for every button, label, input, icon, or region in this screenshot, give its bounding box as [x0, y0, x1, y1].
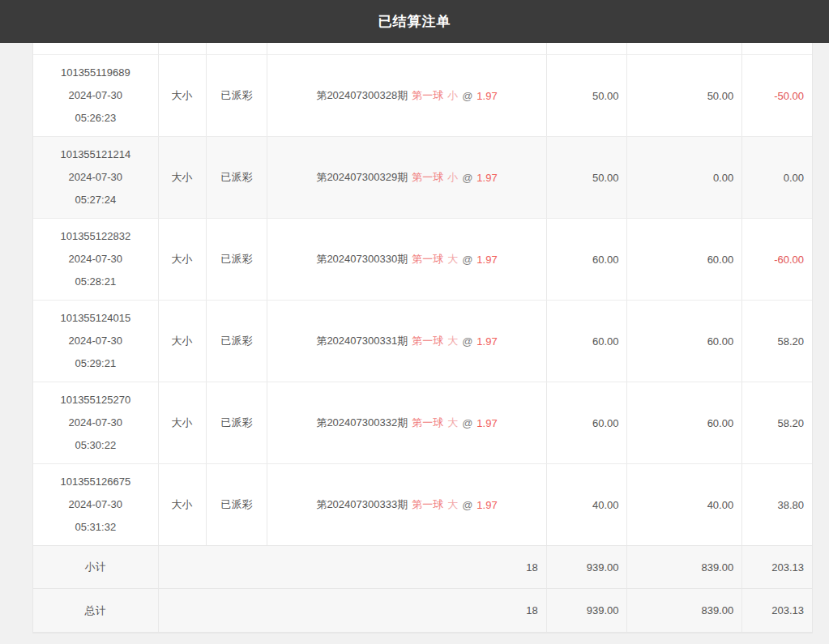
order-time: 05:30:22: [75, 434, 117, 457]
valid-amount: 0.00: [627, 137, 742, 218]
status: 已派彩: [207, 382, 268, 463]
play-type: 大小: [159, 219, 207, 300]
play-type: 大小: [159, 55, 207, 136]
win-loss: 0.00: [742, 137, 812, 218]
period: 第202407300332期: [316, 416, 408, 430]
table-row: 101355122832 2024-07-30 05:28:21 大小 已派彩 …: [33, 219, 812, 301]
partial-row: [33, 43, 812, 55]
total-amount: 939.00: [547, 589, 628, 632]
order-id: 101355126675: [60, 471, 130, 493]
bet-target: 第一球: [412, 334, 443, 348]
at-sign: @: [462, 499, 472, 511]
bet-amount: 60.00: [547, 301, 628, 382]
subtotal-label: 小计: [33, 546, 159, 588]
win-loss: -60.00: [742, 219, 812, 300]
bet-option: 小: [447, 88, 458, 103]
table-row: 101355121214 2024-07-30 05:27:24 大小 已派彩 …: [33, 137, 812, 219]
order-id-cell: 101355126675 2024-07-30 05:31:32: [33, 464, 159, 545]
order-id: 101355125270: [60, 389, 130, 412]
order-time: 05:28:21: [75, 271, 117, 293]
order-time: 05:26:23: [75, 107, 117, 130]
bet-target: 第一球: [412, 88, 443, 103]
valid-amount: 60.00: [627, 382, 742, 463]
bet-option: 大: [447, 416, 458, 430]
order-time: 05:27:24: [75, 189, 117, 211]
order-id: 101355122832: [60, 225, 130, 248]
order-id-cell: 101355119689 2024-07-30 05:26:23: [33, 55, 159, 136]
period: 第202407300329期: [316, 170, 408, 185]
bet-amount: 50.00: [547, 55, 628, 136]
play-type: 大小: [159, 137, 207, 218]
at-sign: @: [462, 417, 472, 429]
odds: 1.97: [476, 499, 497, 511]
bet-target: 第一球: [412, 252, 443, 267]
valid-amount: 50.00: [627, 55, 742, 136]
order-date: 2024-07-30: [69, 166, 123, 189]
bet-detail: 第202407300329期 第一球 小 @ 1.97: [267, 137, 546, 218]
at-sign: @: [462, 172, 472, 184]
at-sign: @: [462, 90, 472, 102]
odds: 1.97: [476, 335, 497, 348]
bet-amount: 40.00: [547, 464, 628, 545]
order-id: 101355119689: [61, 62, 130, 84]
order-date: 2024-07-30: [69, 84, 123, 107]
order-id-cell: 101355122832 2024-07-30 05:28:21: [33, 219, 159, 300]
order-date: 2024-07-30: [69, 412, 123, 434]
bet-amount: 60.00: [547, 382, 628, 463]
order-date: 2024-07-30: [69, 330, 123, 352]
win-loss: -50.00: [742, 55, 812, 136]
total-row: 总计 18 939.00 839.00 203.13: [33, 589, 812, 633]
play-type: 大小: [159, 301, 207, 382]
title-bar: 已结算注单: [0, 0, 829, 43]
odds: 1.97: [476, 417, 497, 429]
win-loss: 58.20: [742, 301, 812, 382]
status: 已派彩: [207, 464, 268, 545]
bet-detail: 第202407300332期 第一球 大 @ 1.97: [267, 382, 546, 463]
page-title: 已结算注单: [378, 12, 451, 31]
subtotal-win-loss: 203.13: [742, 546, 812, 588]
bet-target: 第一球: [412, 416, 443, 430]
win-loss: 38.80: [742, 464, 812, 545]
order-id-cell: 101355124015 2024-07-30 05:29:21: [33, 301, 159, 382]
status: 已派彩: [207, 55, 268, 136]
settled-bets-table: 101355119689 2024-07-30 05:26:23 大小 已派彩 …: [32, 43, 813, 633]
table-row: 101355119689 2024-07-30 05:26:23 大小 已派彩 …: [33, 55, 812, 137]
bet-detail: 第202407300331期 第一球 大 @ 1.97: [267, 301, 546, 382]
odds: 1.97: [476, 90, 497, 102]
period: 第202407300333期: [316, 497, 408, 512]
status: 已派彩: [207, 137, 268, 218]
status: 已派彩: [207, 301, 268, 382]
order-id-cell: 101355125270 2024-07-30 05:30:22: [33, 382, 159, 463]
subtotal-count: 18: [159, 546, 547, 588]
period: 第202407300328期: [316, 88, 408, 103]
order-date: 2024-07-30: [69, 248, 123, 271]
odds: 1.97: [476, 172, 497, 184]
bet-amount: 60.00: [547, 219, 628, 300]
bet-option: 小: [447, 170, 458, 185]
total-count: 18: [159, 589, 547, 632]
order-date: 2024-07-30: [69, 493, 123, 516]
valid-amount: 60.00: [627, 301, 742, 382]
period: 第202407300330期: [316, 252, 408, 267]
bet-amount: 50.00: [547, 137, 628, 218]
period: 第202407300331期: [316, 334, 408, 348]
table-row: 101355126675 2024-07-30 05:31:32 大小 已派彩 …: [33, 464, 812, 546]
subtotal-row: 小计 18 939.00 839.00 203.13: [33, 545, 812, 589]
total-label: 总计: [33, 589, 159, 632]
table-body: 101355119689 2024-07-30 05:26:23 大小 已派彩 …: [33, 55, 812, 546]
odds: 1.97: [476, 254, 497, 266]
total-win-loss: 203.13: [742, 589, 812, 632]
play-type: 大小: [159, 382, 207, 463]
bet-target: 第一球: [412, 497, 443, 512]
order-id: 101355124015: [60, 307, 130, 330]
order-time: 05:29:21: [75, 352, 117, 375]
at-sign: @: [462, 335, 472, 348]
bet-detail: 第202407300328期 第一球 小 @ 1.97: [267, 55, 546, 136]
table-row: 101355124015 2024-07-30 05:29:21 大小 已派彩 …: [33, 301, 812, 382]
bet-target: 第一球: [412, 170, 443, 185]
at-sign: @: [462, 254, 472, 266]
bet-option: 大: [447, 497, 458, 512]
total-valid-amount: 839.00: [627, 589, 742, 632]
status: 已派彩: [207, 219, 268, 300]
bet-option: 大: [447, 334, 458, 348]
